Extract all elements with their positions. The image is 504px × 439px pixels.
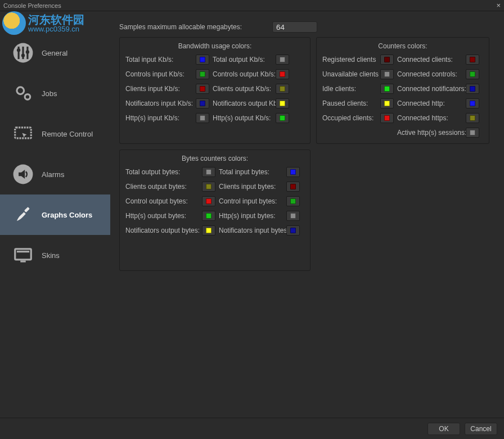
bandwidth-swatch-r-1[interactable] bbox=[276, 69, 289, 79]
counters-label-r-3: Connected http: bbox=[397, 99, 466, 107]
close-icon[interactable]: × bbox=[496, 1, 501, 10]
sidebar-item-alarms[interactable]: Alarms bbox=[0, 154, 110, 194]
svg-point-4 bbox=[17, 48, 20, 52]
svg-rect-7 bbox=[15, 128, 32, 138]
sidebar-item-jobs[interactable]: Jobs bbox=[0, 73, 110, 114]
bytes-label-r-4: Notificators input bytes: bbox=[219, 227, 286, 234]
bandwidth-swatch-l-4[interactable] bbox=[196, 113, 209, 123]
counters-label-l-0: Registered clients bbox=[322, 56, 380, 64]
bytes-swatch-l-0[interactable] bbox=[202, 167, 215, 177]
bytes-label-l-0: Total output bytes: bbox=[125, 168, 202, 176]
window-title: Console Preferences bbox=[3, 2, 61, 9]
sidebar-item-label: Graphs Colors bbox=[42, 211, 92, 219]
bytes-label-r-2: Control input bytes: bbox=[219, 197, 286, 205]
bytes-swatch-r-0[interactable] bbox=[286, 167, 300, 177]
counters-swatch-l-4[interactable] bbox=[380, 113, 394, 123]
sidebar-item-label: General bbox=[42, 49, 68, 57]
bandwidth-label-r-3: Notificators output Kb/s: bbox=[213, 99, 276, 107]
sidebar-item-skins[interactable]: Skins bbox=[0, 235, 110, 275]
bandwidth-panel: Bandwidth usage colors: Total input Kb/s… bbox=[119, 37, 310, 144]
samples-input[interactable] bbox=[272, 21, 317, 33]
counters-panel: Counters colors: Registered clientsConne… bbox=[316, 37, 489, 144]
remote-icon bbox=[12, 123, 34, 144]
counters-swatch-l-2[interactable] bbox=[380, 84, 394, 94]
bytes-swatch-l-1[interactable] bbox=[202, 182, 215, 192]
footer: OK Cancel bbox=[0, 418, 504, 439]
svg-point-5 bbox=[21, 54, 25, 57]
counters-label-r-4: Connected https: bbox=[397, 114, 466, 122]
counters-swatch-r-0[interactable] bbox=[466, 55, 479, 65]
speaker-icon bbox=[12, 164, 34, 185]
counters-title: Counters colors: bbox=[322, 41, 483, 55]
content-area: Samples maximum allocable megabytes: Ban… bbox=[110, 11, 504, 416]
bandwidth-swatch-r-2[interactable] bbox=[276, 84, 289, 94]
sidebar-item-label: Jobs bbox=[42, 89, 57, 98]
bandwidth-label-r-0: Total output Kb/s: bbox=[213, 56, 276, 64]
counters-label-r-2: Connected notificators: bbox=[397, 85, 466, 93]
bytes-label-l-3: Http(s) output bytes: bbox=[125, 212, 202, 220]
svg-rect-12 bbox=[20, 261, 26, 263]
sidebar-item-label: Remote Control bbox=[42, 130, 93, 138]
bytes-label-r-1: Clients input bytes: bbox=[219, 183, 286, 191]
svg-rect-10 bbox=[15, 249, 32, 260]
bytes-label-l-1: Clients output bytes: bbox=[125, 183, 202, 191]
watermark-text-url: www.pc0359.cn bbox=[28, 25, 84, 33]
svg-rect-11 bbox=[17, 251, 29, 252]
bandwidth-swatch-l-1[interactable] bbox=[196, 69, 209, 79]
titlebar: Console Preferences × bbox=[0, 0, 504, 11]
bytes-swatch-r-1[interactable] bbox=[286, 182, 300, 192]
bytes-label-r-0: Total input bytes: bbox=[219, 168, 286, 176]
bandwidth-label-l-0: Total input Kb/s: bbox=[125, 56, 196, 64]
bandwidth-swatch-r-4[interactable] bbox=[276, 113, 289, 123]
sidebar-item-remote-control[interactable]: Remote Control bbox=[0, 114, 110, 154]
counters-label-l-3: Paused clients: bbox=[322, 99, 380, 107]
counters-label-r-0: Connected clients: bbox=[397, 56, 466, 64]
svg-rect-9 bbox=[24, 207, 30, 212]
counters-swatch-r-4[interactable] bbox=[466, 113, 479, 123]
counters-swatch-l-1[interactable] bbox=[380, 69, 394, 79]
bytes-label-l-2: Control output bytes: bbox=[125, 197, 202, 205]
counters-swatch-l-3[interactable] bbox=[380, 98, 394, 108]
bandwidth-swatch-l-2[interactable] bbox=[196, 84, 209, 94]
bandwidth-label-r-2: Clients output Kb/s: bbox=[213, 85, 276, 93]
ok-button[interactable]: OK bbox=[428, 423, 460, 435]
watermark: 河东软件园 www.pc0359.cn bbox=[2, 11, 84, 35]
counters-swatch-r-5[interactable] bbox=[466, 128, 479, 138]
counters-swatch-r-2[interactable] bbox=[466, 84, 479, 94]
bandwidth-swatch-l-0[interactable] bbox=[196, 55, 209, 65]
counters-swatch-r-3[interactable] bbox=[466, 98, 479, 108]
brush-icon bbox=[12, 204, 34, 225]
bytes-swatch-r-4[interactable] bbox=[286, 225, 300, 236]
counters-label-r-5: Active http(s) sessions: bbox=[397, 129, 466, 137]
bytes-swatch-l-3[interactable] bbox=[202, 211, 215, 221]
bytes-swatch-r-3[interactable] bbox=[286, 211, 300, 221]
monitor-icon bbox=[12, 245, 34, 266]
cancel-button[interactable]: Cancel bbox=[465, 423, 497, 435]
bandwidth-label-l-3: Notificators input Kb/s: bbox=[125, 99, 196, 107]
counters-label-l-1: Unavailable clients bbox=[322, 70, 380, 78]
sidebar-item-graphs-colors[interactable]: Graphs Colors bbox=[0, 194, 110, 235]
bandwidth-label-r-4: Http(s) output Kb/s: bbox=[213, 114, 276, 122]
watermark-logo-icon bbox=[2, 11, 26, 35]
bytes-label-l-4: Notificators output bytes: bbox=[125, 227, 202, 234]
bytes-swatch-r-2[interactable] bbox=[286, 196, 300, 206]
counters-label-l-4: Occupied clients: bbox=[322, 114, 380, 122]
bandwidth-swatch-r-0[interactable] bbox=[276, 55, 289, 65]
bandwidth-swatch-l-3[interactable] bbox=[196, 98, 209, 108]
bytes-swatch-l-4[interactable] bbox=[202, 225, 215, 236]
bytes-swatch-l-2[interactable] bbox=[202, 196, 215, 206]
bytes-label-r-3: Http(s) input bytes: bbox=[219, 212, 286, 220]
bytes-title: Bytes counters colors: bbox=[125, 153, 304, 167]
bandwidth-label-l-4: Http(s) input Kb/s: bbox=[125, 114, 196, 122]
bytes-panel: Bytes counters colors: Total output byte… bbox=[119, 150, 310, 271]
counters-swatch-l-0[interactable] bbox=[380, 55, 394, 65]
samples-label: Samples maximum allocable megabytes: bbox=[119, 23, 242, 31]
sidebar-item-label: Skins bbox=[42, 251, 60, 260]
gears-icon bbox=[12, 83, 34, 104]
bandwidth-swatch-r-3[interactable] bbox=[276, 98, 289, 108]
counters-swatch-r-1[interactable] bbox=[466, 69, 479, 79]
bandwidth-title: Bandwidth usage colors: bbox=[125, 41, 304, 55]
bandwidth-label-r-1: Controls output Kb/s: bbox=[213, 70, 276, 78]
counters-label-l-2: Idle clients: bbox=[322, 85, 380, 93]
sidebar-item-general[interactable]: General bbox=[0, 33, 110, 73]
